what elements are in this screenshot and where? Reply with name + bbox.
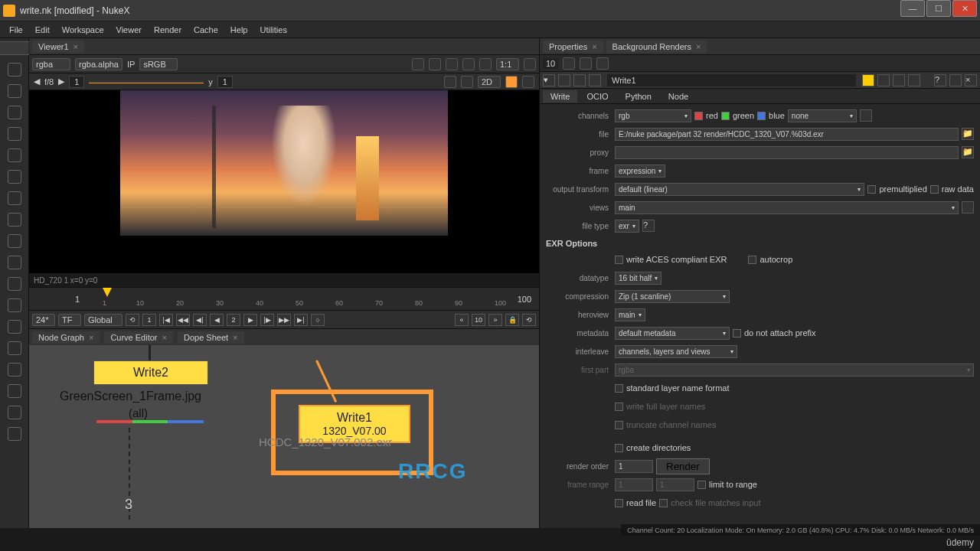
- node-name-input[interactable]: Write1: [607, 74, 856, 86]
- step-fwd-icon[interactable]: |▶: [260, 314, 274, 326]
- ptab-node[interactable]: Node: [661, 90, 696, 103]
- tool-select-icon[interactable]: [0, 41, 34, 55]
- scope-dropdown[interactable]: Global: [84, 314, 122, 326]
- tool-brush-icon[interactable]: [8, 63, 21, 77]
- list-icon[interactable]: [429, 58, 441, 70]
- menu-file[interactable]: File: [3, 24, 29, 36]
- refresh-icon[interactable]: [446, 58, 458, 70]
- renderorder-input[interactable]: [615, 460, 653, 473]
- chk-premult[interactable]: [867, 185, 876, 194]
- tool-card-icon[interactable]: [8, 363, 21, 377]
- tool-lines-icon[interactable]: [8, 106, 21, 119]
- tool-d-icon[interactable]: [8, 277, 21, 291]
- prev-frame-icon[interactable]: ◀: [34, 77, 40, 86]
- channels-opts-icon[interactable]: [860, 109, 872, 122]
- l-icon[interactable]: »: [488, 314, 502, 326]
- help-icon[interactable]: ?: [934, 74, 946, 86]
- chk-createdirs[interactable]: [615, 444, 623, 452]
- float-icon[interactable]: [893, 74, 905, 86]
- metadata-dropdown[interactable]: default metadata: [615, 327, 730, 340]
- next-frame-icon[interactable]: ▶: [58, 77, 64, 86]
- pin-icon[interactable]: [563, 57, 575, 70]
- tool-target-icon[interactable]: [8, 406, 21, 419]
- maximize-button[interactable]: ☐: [926, 0, 951, 17]
- k-icon[interactable]: 10: [472, 314, 485, 326]
- tool-layers-icon[interactable]: [8, 191, 21, 205]
- menu-render[interactable]: Render: [148, 24, 188, 36]
- chk-green[interactable]: [721, 112, 730, 120]
- float2-icon[interactable]: [908, 74, 920, 86]
- lock-node-icon[interactable]: [558, 74, 570, 86]
- play-back-icon[interactable]: ◀: [210, 314, 224, 326]
- file-browse-icon[interactable]: 📁: [962, 128, 974, 140]
- tool-x-icon[interactable]: [8, 341, 21, 355]
- sync-icon[interactable]: ⟲: [126, 314, 139, 326]
- tool-arrow-icon[interactable]: [8, 170, 21, 184]
- ratio-dropdown[interactable]: 1:1: [496, 58, 519, 70]
- tab-nodegraph[interactable]: Node Graph×: [32, 331, 100, 344]
- tool-move-icon[interactable]: [8, 213, 21, 227]
- next-key-icon[interactable]: ▶▶: [277, 314, 291, 326]
- channel-b-dropdown[interactable]: rgba.alpha: [75, 58, 122, 70]
- views-opts-icon[interactable]: [962, 201, 974, 214]
- filetype-dropdown[interactable]: exr: [615, 220, 639, 233]
- ptab-python[interactable]: Python: [618, 90, 659, 103]
- tab-properties[interactable]: Properties×: [543, 41, 603, 53]
- crop-icon[interactable]: [444, 76, 456, 88]
- sync2-icon[interactable]: ⟲: [522, 314, 536, 326]
- chk-readfile[interactable]: [615, 499, 623, 507]
- cur2-input[interactable]: 2: [227, 314, 240, 326]
- chk-checkmatch[interactable]: [659, 499, 668, 507]
- colorspace-dropdown[interactable]: sRGB: [139, 58, 178, 70]
- chk-stdlayer[interactable]: [615, 384, 623, 393]
- clip-icon[interactable]: [412, 58, 424, 70]
- channels-dropdown[interactable]: rgb: [615, 109, 691, 122]
- prev-key-icon[interactable]: ◀◀: [176, 314, 190, 326]
- tool-sphere-icon[interactable]: [8, 127, 21, 141]
- tool-cube-icon[interactable]: [8, 234, 21, 248]
- close-button[interactable]: ✕: [952, 0, 977, 17]
- tab-dopesheet[interactable]: Dope Sheet×: [178, 331, 244, 344]
- more-icon[interactable]: [522, 76, 534, 88]
- tab-bgrender[interactable]: Background Renders×: [606, 41, 707, 53]
- chk-fulllayer[interactable]: [615, 403, 623, 411]
- datatype-dropdown[interactable]: 16 bit half: [615, 272, 662, 285]
- loop-icon[interactable]: ○: [311, 314, 325, 326]
- minimize-button[interactable]: —: [900, 0, 925, 17]
- views-dropdown[interactable]: main: [615, 201, 959, 214]
- tool-circle-icon[interactable]: [8, 148, 21, 162]
- filetype-help-icon[interactable]: ?: [642, 220, 655, 232]
- chk-blue[interactable]: [757, 112, 766, 120]
- last-frame-icon[interactable]: ▶|: [294, 314, 308, 326]
- tab-curveeditor[interactable]: Curve Editor×: [104, 331, 173, 344]
- pause-icon[interactable]: [479, 58, 492, 70]
- tool-spark-icon[interactable]: [8, 256, 21, 269]
- lock-icon[interactable]: 🔒: [505, 314, 519, 326]
- heroview-dropdown[interactable]: main: [615, 308, 645, 321]
- revert-icon[interactable]: [949, 74, 962, 86]
- interleave-dropdown[interactable]: channels, layers and views: [615, 345, 737, 358]
- menu-utilities[interactable]: Utilities: [253, 24, 292, 36]
- frame-dropdown[interactable]: expression: [615, 165, 665, 178]
- file-input[interactable]: [615, 128, 959, 141]
- chk-rawdata[interactable]: [930, 185, 939, 194]
- ptab-write[interactable]: Write: [543, 90, 577, 103]
- tool-gear-icon[interactable]: [8, 427, 21, 441]
- viewer-tab[interactable]: Viewer1×: [32, 41, 84, 53]
- curframe-input[interactable]: 1: [142, 314, 156, 326]
- menu-viewer[interactable]: Viewer: [110, 24, 148, 36]
- undo-icon[interactable]: [573, 74, 586, 86]
- mode-dropdown[interactable]: 2D: [478, 76, 501, 88]
- clear-icon[interactable]: [580, 57, 592, 70]
- chk-autocrop[interactable]: [748, 256, 756, 264]
- compression-dropdown[interactable]: Zip (1 scanline): [615, 290, 730, 303]
- yframe-input[interactable]: 1: [217, 76, 233, 88]
- chk-trunc[interactable]: [615, 421, 623, 429]
- close-tab-icon[interactable]: ×: [74, 42, 78, 51]
- menu-edit[interactable]: Edit: [29, 24, 56, 36]
- ptab-ocio[interactable]: OCIO: [579, 90, 616, 103]
- tool-re-icon[interactable]: [8, 384, 21, 398]
- tool-clock-icon[interactable]: [8, 84, 21, 98]
- node-write2[interactable]: Write2: [93, 360, 208, 385]
- framerange-b-input[interactable]: [656, 478, 694, 491]
